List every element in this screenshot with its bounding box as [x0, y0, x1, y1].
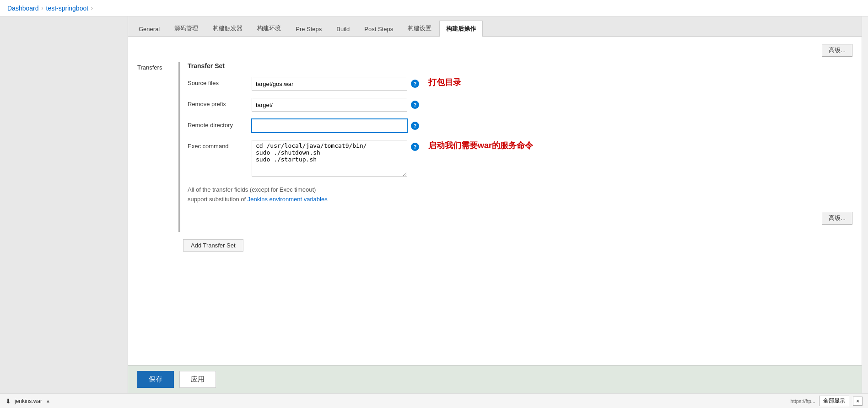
remote-directory-help-icon[interactable]: ?	[411, 122, 419, 130]
close-bar-button[interactable]: ×	[853, 397, 863, 406]
tab-poststeps[interactable]: Post Steps	[357, 21, 400, 36]
breadcrumb-project[interactable]: test-springboot	[46, 5, 89, 12]
exec-command-wrap: cd /usr/local/java/tomcat9/bin/ sudo ./s…	[252, 140, 852, 178]
breadcrumb-sep1: ›	[42, 5, 43, 11]
download-filename: jenkins.war	[15, 398, 42, 404]
advanced-btn-top-row: 高级...	[137, 44, 852, 57]
add-transfer-set-button[interactable]: Add Transfer Set	[183, 239, 243, 252]
exec-command-label: Exec command	[188, 140, 252, 150]
remote-directory-wrap: ?	[252, 119, 852, 133]
right-scrollbar[interactable]	[862, 16, 868, 393]
info-text: All of the transfer fields (except for E…	[188, 185, 852, 204]
remove-prefix-row: Remove prefix ?	[188, 98, 852, 112]
source-files-label: Source files	[188, 77, 252, 86]
tab-trigger[interactable]: 构建触发器	[206, 20, 249, 36]
download-icon: ⬇	[5, 397, 11, 405]
transfer-set-header: Transfer Set	[188, 62, 852, 70]
add-transfer-area: Add Transfer Set	[137, 236, 852, 255]
tab-settings[interactable]: 构建设置	[401, 20, 438, 36]
remote-directory-input[interactable]	[252, 119, 407, 133]
transfers-body: Transfer Set Source files ? 打包目录	[178, 62, 852, 232]
source-files-row: Source files ? 打包目录	[188, 77, 852, 91]
tab-source[interactable]: 源码管理	[167, 20, 205, 36]
form-inner: 高级... Transfers Transfer Set Source file…	[128, 37, 862, 263]
remove-prefix-help-icon[interactable]: ?	[411, 101, 419, 109]
show-all-button[interactable]: 全部显示	[819, 396, 849, 406]
source-files-wrap: ? 打包目录	[252, 77, 852, 91]
tab-build[interactable]: Build	[329, 21, 356, 36]
exec-command-row: Exec command cd /usr/local/java/tomcat9/…	[188, 140, 852, 178]
breadcrumb-sep2: ›	[91, 5, 93, 11]
info-text-middle: support substitution of	[188, 196, 248, 203]
breadcrumb-dashboard[interactable]: Dashboard	[7, 5, 39, 12]
source-files-help-icon[interactable]: ?	[411, 80, 419, 88]
url-text: https://ftp...	[791, 398, 815, 404]
main-content: General 源码管理 构建触发器 构建环境 Pre Steps Build …	[0, 16, 868, 393]
transfers-label: Transfers	[137, 62, 178, 232]
remove-prefix-wrap: ?	[252, 98, 852, 112]
top-bar: Dashboard › test-springboot ›	[0, 0, 868, 16]
tab-general[interactable]: General	[132, 21, 167, 36]
tab-presteps[interactable]: Pre Steps	[289, 21, 329, 36]
tab-postbuild[interactable]: 构建后操作	[439, 21, 483, 37]
browser-bar: ⬇ jenkins.war ▲ https://ftp... 全部显示 ×	[0, 393, 868, 408]
source-files-annotation: 打包目录	[428, 77, 461, 88]
apply-button[interactable]: 应用	[179, 371, 216, 388]
form-area: 高级... Transfers Transfer Set Source file…	[128, 37, 862, 365]
source-files-input[interactable]	[252, 77, 407, 91]
info-text-before: All of the transfer fields (except for E…	[188, 186, 316, 193]
expand-icon: ▲	[46, 398, 50, 403]
advanced-bottom-button[interactable]: 高级...	[822, 212, 852, 225]
remote-directory-label: Remote directory	[188, 119, 252, 129]
remove-prefix-label: Remove prefix	[188, 98, 252, 107]
transfers-section: Transfers Transfer Set Source files ? 打包…	[137, 62, 852, 232]
remote-directory-row: Remote directory ?	[188, 119, 852, 133]
exec-command-help-icon[interactable]: ?	[411, 143, 419, 151]
browser-bar-left: ⬇ jenkins.war ▲	[5, 397, 50, 405]
tab-env[interactable]: 构建环境	[250, 20, 288, 36]
content-area: General 源码管理 构建触发器 构建环境 Pre Steps Build …	[128, 16, 862, 393]
exec-command-annotation: 启动我们需要war的服务命令	[428, 140, 533, 151]
jenkins-env-link[interactable]: Jenkins environment variables	[248, 196, 328, 203]
sidebar	[0, 16, 128, 393]
advanced-top-button[interactable]: 高级...	[822, 44, 852, 57]
browser-bar-right: https://ftp... 全部显示 ×	[791, 396, 863, 406]
bottom-action-bar: 保存 应用	[128, 365, 862, 393]
exec-command-input[interactable]: cd /usr/local/java/tomcat9/bin/ sudo ./s…	[252, 140, 407, 177]
save-button[interactable]: 保存	[137, 371, 174, 388]
remove-prefix-input[interactable]	[252, 98, 407, 112]
tab-bar: General 源码管理 构建触发器 构建环境 Pre Steps Build …	[128, 16, 862, 37]
